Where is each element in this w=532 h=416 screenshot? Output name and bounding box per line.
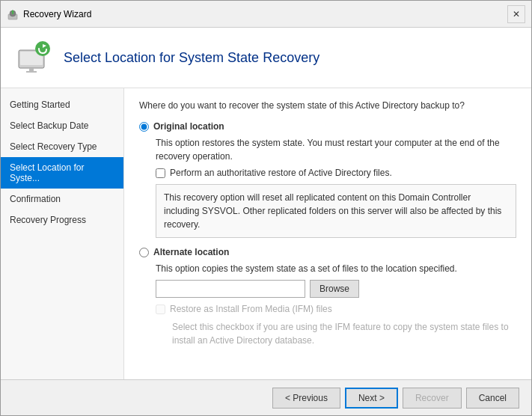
- header-title: Select Location for System State Recover…: [64, 50, 319, 66]
- authoritative-restore-label: Perform an authoritative restore of Acti…: [170, 168, 392, 178]
- svg-rect-6: [29, 68, 34, 71]
- original-location-radio[interactable]: [139, 122, 149, 132]
- browse-button[interactable]: Browse: [310, 280, 359, 298]
- original-location-group: Original location This option restores t…: [139, 121, 516, 238]
- sidebar-item-confirmation[interactable]: Confirmation: [1, 189, 123, 209]
- sidebar: Getting Started Select Backup Date Selec…: [1, 88, 124, 379]
- alternate-location-radio-label[interactable]: Alternate location: [139, 247, 516, 257]
- title-bar: Recovery Wizard ✕: [1, 1, 531, 28]
- close-button[interactable]: ✕: [507, 5, 525, 23]
- location-path-input[interactable]: [156, 280, 305, 298]
- alternate-location-description: This option copies the system state as a…: [156, 262, 516, 275]
- alternate-location-label: Alternate location: [153, 247, 229, 257]
- authoritative-restore-checkbox[interactable]: [156, 168, 165, 178]
- title-bar-left: Recovery Wizard: [7, 8, 91, 20]
- sidebar-item-select-recovery-type[interactable]: Select Recovery Type: [1, 136, 123, 157]
- next-button[interactable]: Next >: [345, 388, 398, 409]
- recover-button[interactable]: Recover: [403, 388, 462, 409]
- header-svg-icon: [16, 40, 52, 76]
- header-icon: [16, 40, 52, 76]
- ifm-description: Select this checkbox if you are using th…: [172, 320, 516, 347]
- sidebar-item-getting-started[interactable]: Getting Started: [1, 94, 123, 115]
- alternate-location-radio[interactable]: [139, 248, 149, 257]
- sidebar-item-select-location[interactable]: Select Location for Syste...: [1, 157, 123, 189]
- alternate-location-group: Alternate location This option copies th…: [139, 247, 516, 347]
- warning-text: This recovery option will reset all repl…: [164, 192, 501, 230]
- question-text: Where do you want to recover the system …: [139, 100, 516, 111]
- sidebar-item-recovery-progress[interactable]: Recovery Progress: [1, 209, 123, 230]
- ifm-label: Restore as Install From Media (IFM) file…: [170, 304, 332, 314]
- app-icon: [7, 8, 19, 20]
- ifm-checkbox-label[interactable]: Restore as Install From Media (IFM) file…: [156, 304, 516, 314]
- svg-rect-3: [12, 12, 13, 14]
- window: Recovery Wizard ✕ Select Location for Sy…: [0, 0, 532, 416]
- cancel-button[interactable]: Cancel: [466, 388, 519, 409]
- title-text: Recovery Wizard: [23, 9, 91, 19]
- content-area: Getting Started Select Backup Date Selec…: [1, 88, 531, 379]
- ifm-checkbox[interactable]: [156, 305, 165, 314]
- original-location-description: This option restores the system state. Y…: [156, 136, 516, 163]
- previous-button[interactable]: < Previous: [272, 388, 340, 409]
- svg-rect-7: [26, 71, 37, 73]
- original-location-radio-label[interactable]: Original location: [139, 121, 516, 132]
- sidebar-item-select-backup-date[interactable]: Select Backup Date: [1, 115, 123, 136]
- original-location-indent: This option restores the system state. Y…: [156, 136, 516, 238]
- main-panel: Where do you want to recover the system …: [124, 88, 531, 379]
- authoritative-restore-checkbox-label[interactable]: Perform an authoritative restore of Acti…: [156, 168, 516, 178]
- footer: < Previous Next > Recover Cancel: [1, 379, 531, 415]
- original-location-label: Original location: [153, 121, 224, 132]
- header-area: Select Location for System State Recover…: [1, 28, 531, 88]
- warning-box: This recovery option will reset all repl…: [156, 184, 516, 238]
- alternate-location-indent: This option copies the system state as a…: [156, 262, 516, 347]
- location-input-row: Browse: [156, 280, 516, 298]
